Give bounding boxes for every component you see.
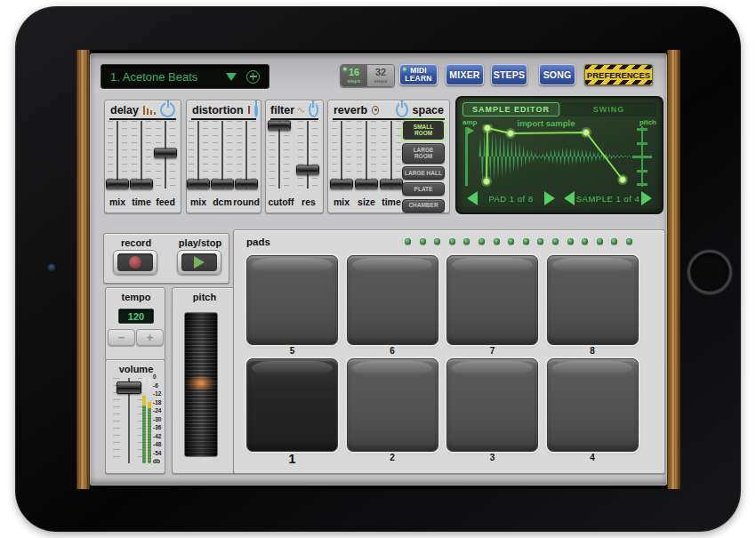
pitch-label: pitch xyxy=(193,292,216,302)
tempo-increase-button[interactable]: + xyxy=(136,329,164,346)
step-led xyxy=(494,238,500,245)
sample-pitch-slider[interactable] xyxy=(631,126,653,187)
distortion-round-slider[interactable] xyxy=(237,121,256,189)
tempo-label: tempo xyxy=(122,292,151,302)
steps-32-option[interactable]: 32 steps xyxy=(367,65,394,86)
tab-swing[interactable]: SWING xyxy=(561,102,656,116)
pad-prev-arrow[interactable] xyxy=(467,191,478,205)
volume-scale-label: 0 xyxy=(153,374,161,381)
step-led xyxy=(537,238,543,245)
volume-scale-label: -6 xyxy=(153,383,161,389)
envelope-node[interactable] xyxy=(508,131,514,137)
drum-pad-7[interactable] xyxy=(446,255,538,345)
sample-nav-label: SAMPLE 1 of 4 xyxy=(576,194,639,204)
filter-cutoff-slider[interactable] xyxy=(269,121,289,189)
waveform xyxy=(479,130,631,183)
envelope-node[interactable] xyxy=(484,179,490,185)
slider-label: round xyxy=(233,197,260,207)
delay-icon xyxy=(143,105,157,115)
reverb-size-slider[interactable] xyxy=(357,121,376,189)
reverb-icon xyxy=(372,106,379,115)
tempo-decrease-button[interactable]: − xyxy=(108,329,135,346)
sample-pitch-label: pitch xyxy=(639,118,656,126)
drum-pad-3[interactable] xyxy=(446,358,538,452)
volume-scale-label: -12 xyxy=(153,391,161,397)
filter-power-button[interactable] xyxy=(309,102,318,117)
space-option-large-room[interactable]: LARGE ROOM xyxy=(402,143,445,164)
slider-label: mix xyxy=(334,197,350,207)
amp-slider[interactable] xyxy=(465,127,468,186)
pad-number: 2 xyxy=(347,454,438,462)
step-led xyxy=(449,238,455,245)
slider-label: res xyxy=(302,197,316,207)
space-option-small-room[interactable]: SMALL ROOM xyxy=(402,120,445,141)
delay-power-button[interactable] xyxy=(160,102,175,117)
steps-16-option[interactable]: 16 steps xyxy=(341,65,367,86)
volume-scale-label: -18 xyxy=(153,400,161,406)
vu-bar-right xyxy=(148,377,151,463)
volume-scale-label: -36 xyxy=(153,425,161,431)
drum-pad-6[interactable] xyxy=(347,255,438,345)
play-stop-button[interactable] xyxy=(177,250,221,275)
pad-next-arrow[interactable] xyxy=(544,191,555,205)
pad-number: 4 xyxy=(547,454,639,462)
home-button[interactable] xyxy=(688,250,732,294)
distortion-dcm-slider[interactable] xyxy=(213,121,232,189)
reverb-power-button[interactable] xyxy=(396,102,407,117)
pad-number: 6 xyxy=(347,347,438,356)
slider-label: mix xyxy=(109,197,125,207)
steps-button[interactable]: STEPS xyxy=(491,64,527,85)
sample-prev-arrow[interactable] xyxy=(564,191,575,205)
drum-pad-4[interactable] xyxy=(547,358,639,452)
pitch-wheel[interactable] xyxy=(184,312,218,457)
envelope-node[interactable] xyxy=(620,177,626,183)
step-led xyxy=(611,238,617,245)
preferences-button[interactable]: PREFERENCES xyxy=(584,64,653,85)
space-title: space xyxy=(413,104,444,116)
step-led xyxy=(523,238,529,245)
drum-pad-8[interactable] xyxy=(547,255,639,345)
sine-wave-icon xyxy=(298,107,304,114)
transport-panel: record play/stop xyxy=(103,233,229,284)
reverb-time-slider[interactable] xyxy=(382,121,401,189)
pads-title: pads xyxy=(246,237,270,247)
reverb-mix-slider[interactable] xyxy=(332,121,351,189)
add-preset-icon[interactable] xyxy=(246,70,260,84)
steps-16-led xyxy=(343,68,347,71)
delay-feed-slider[interactable] xyxy=(156,121,175,189)
mixer-button[interactable]: MIXER xyxy=(446,64,484,85)
envelope-node[interactable] xyxy=(583,130,590,136)
volume-scale-label: -42 xyxy=(153,434,161,440)
song-button[interactable]: SONG xyxy=(539,64,575,85)
drum-pad-1[interactable] xyxy=(246,358,338,452)
delay-time-slider[interactable] xyxy=(132,121,151,189)
preset-name: 1. Acetone Beats xyxy=(110,70,197,84)
distortion-power-button[interactable] xyxy=(254,102,258,117)
volume-scale-label: db xyxy=(153,459,161,465)
space-option-chamber[interactable]: CHAMBER xyxy=(402,199,445,213)
pitch-panel: pitch xyxy=(172,287,236,474)
slider-label: size xyxy=(358,197,375,207)
midi-learn-button[interactable]: MIDI LEARN xyxy=(399,64,438,85)
step-led xyxy=(420,238,426,245)
tab-sample-editor[interactable]: SAMPLE EDITOR xyxy=(462,102,559,116)
dropdown-arrow-icon[interactable] xyxy=(226,73,237,81)
slider-label: cutoff xyxy=(268,197,294,207)
record-icon xyxy=(129,256,141,269)
delay-panel: delay mix time feed xyxy=(104,100,181,213)
distortion-mix-slider[interactable] xyxy=(189,121,208,189)
delay-mix-slider[interactable] xyxy=(108,121,127,189)
drum-pad-5[interactable] xyxy=(246,255,338,345)
drum-pad-2[interactable] xyxy=(347,358,438,452)
pitch-wheel-shading xyxy=(185,313,217,456)
filter-res-slider[interactable] xyxy=(298,121,318,189)
envelope-node[interactable] xyxy=(485,125,491,132)
preset-display[interactable]: 1. Acetone Beats xyxy=(101,64,269,89)
waveform-svg[interactable] xyxy=(479,124,631,189)
space-option-large-hall[interactable]: LARGE HALL xyxy=(402,166,445,180)
volume-slider-handle[interactable] xyxy=(117,381,141,394)
record-button[interactable] xyxy=(113,250,157,275)
space-option-plate[interactable]: PLATE xyxy=(402,182,445,196)
pad-cell: 5 xyxy=(246,255,338,356)
sample-next-arrow[interactable] xyxy=(641,191,652,205)
